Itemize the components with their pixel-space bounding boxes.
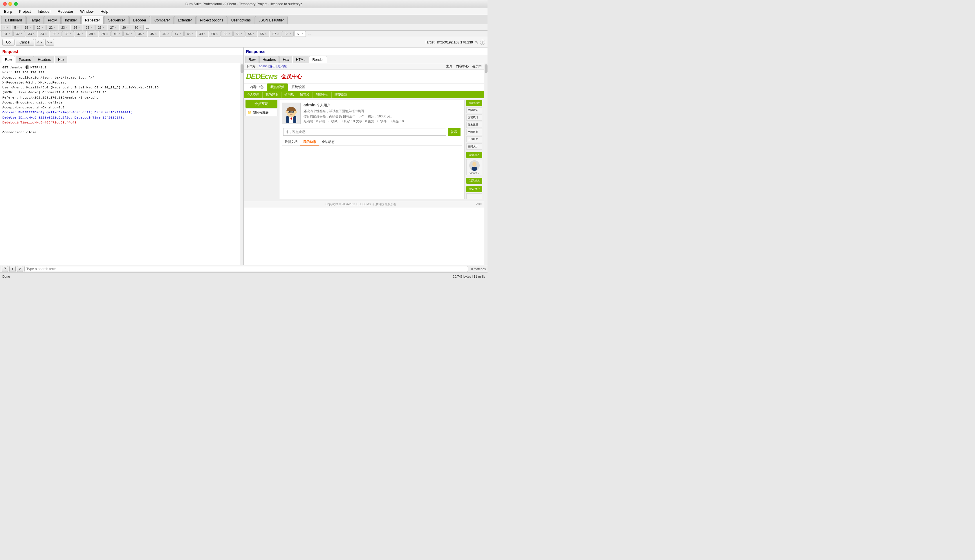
search-prev-btn[interactable]: < bbox=[9, 266, 16, 272]
dede-activity-tab-new[interactable]: 最新文档 bbox=[282, 139, 300, 145]
response-scrollbar-thumb[interactable] bbox=[485, 64, 487, 73]
req-tab-hex[interactable]: Hex bbox=[55, 56, 67, 63]
rep-tab-53[interactable]: 53 × bbox=[233, 31, 245, 37]
dede-my-friends-btn[interactable]: 我的好友 bbox=[466, 178, 482, 184]
menu-project[interactable]: Project bbox=[18, 9, 32, 14]
search-next-btn[interactable]: > bbox=[17, 266, 23, 272]
nav-content[interactable]: 内容中心 bbox=[456, 64, 468, 68]
rep-tab-58[interactable]: 58 × bbox=[282, 31, 294, 37]
help-icon[interactable]: ? bbox=[480, 40, 485, 45]
logout-link[interactable]: [退出] bbox=[268, 64, 276, 68]
rep-tab-29[interactable]: 29 × bbox=[120, 25, 132, 30]
dede-nav-friends[interactable]: 我的好友 bbox=[263, 92, 281, 98]
req-tab-raw[interactable]: Raw bbox=[2, 56, 15, 63]
dede-tab-content[interactable]: 内容中心 bbox=[246, 83, 267, 91]
short-msg-link[interactable]: 短消息 bbox=[278, 64, 287, 68]
rep-tab-20[interactable]: 20 × bbox=[34, 25, 46, 30]
rep-tab-40[interactable]: 40 × bbox=[111, 31, 123, 37]
menu-intruder[interactable]: Intruder bbox=[37, 9, 52, 14]
rep-tab-59[interactable]: 59 × bbox=[294, 31, 306, 37]
rep-tab-45[interactable]: 45 × bbox=[148, 31, 159, 37]
tab-proxy[interactable]: Proxy bbox=[44, 16, 61, 24]
rep-tab-46[interactable]: 46 × bbox=[160, 31, 172, 37]
dede-nav-short-msg[interactable]: 短消息 bbox=[281, 92, 297, 98]
resp-tab-render[interactable]: Render bbox=[309, 56, 327, 63]
rep-tab-31[interactable]: 31 × bbox=[1, 31, 13, 37]
rep-tab-4[interactable]: 4 × bbox=[1, 25, 11, 30]
rep-tab-54[interactable]: 54 × bbox=[246, 31, 257, 37]
rep-tab-49[interactable]: 49 × bbox=[197, 31, 208, 37]
menu-help[interactable]: Help bbox=[99, 9, 109, 14]
menu-repeater[interactable]: Repeater bbox=[57, 9, 74, 14]
cancel-button[interactable]: Cancel bbox=[16, 39, 34, 46]
rep-tab-47[interactable]: 47 × bbox=[172, 31, 184, 37]
rep-tab-5[interactable]: 5 × bbox=[12, 25, 22, 30]
go-button[interactable]: Go bbox=[2, 39, 15, 46]
req-tab-params[interactable]: Params bbox=[16, 56, 34, 63]
rep-tab-more[interactable]: ... bbox=[144, 25, 151, 30]
rep-tab-24[interactable]: 24 × bbox=[71, 25, 82, 30]
request-scrollbar[interactable] bbox=[240, 63, 243, 265]
dede-nav-personal[interactable]: 个人空间 bbox=[244, 92, 263, 98]
rep-tab-23[interactable]: 23 × bbox=[59, 25, 70, 30]
tab-target[interactable]: Target bbox=[27, 16, 43, 24]
tab-project-options[interactable]: Project options bbox=[196, 16, 227, 24]
resp-tab-hex[interactable]: Hex bbox=[279, 56, 292, 63]
dede-username-link[interactable]: admin bbox=[259, 64, 268, 68]
rep-tab-35[interactable]: 35 × bbox=[50, 31, 62, 37]
dede-nav-consumption[interactable]: 消费中心 bbox=[313, 92, 332, 98]
dede-tab-my[interactable]: 我的织梦 bbox=[267, 83, 288, 91]
tab-extender[interactable]: Extender bbox=[174, 16, 196, 24]
rep-tab-44[interactable]: 44 × bbox=[135, 31, 147, 37]
search-help-btn[interactable]: ? bbox=[2, 266, 8, 272]
nav-main[interactable]: 主页 bbox=[446, 64, 452, 68]
rep-tab-55[interactable]: 55 × bbox=[258, 31, 269, 37]
rep-tab-52[interactable]: 52 × bbox=[221, 31, 233, 37]
tab-sequencer[interactable]: Sequencer bbox=[104, 16, 129, 24]
rep-tab-42[interactable]: 42 × bbox=[123, 31, 135, 37]
response-scrollbar[interactable] bbox=[484, 63, 487, 265]
request-body[interactable]: GET /member/| HTTP/1.1 Host: 192.168.170… bbox=[0, 63, 243, 265]
rep-tab-15[interactable]: 15 × bbox=[22, 25, 33, 30]
rep-tab-50[interactable]: 50 × bbox=[209, 31, 221, 37]
tab-repeater[interactable]: Repeater bbox=[81, 16, 104, 24]
edit-target-icon[interactable]: ✎ bbox=[475, 40, 478, 45]
tab-intruder[interactable]: Intruder bbox=[61, 16, 81, 24]
rep-tab-48[interactable]: 48 × bbox=[184, 31, 196, 37]
rep-tab-33[interactable]: 33 × bbox=[25, 31, 37, 37]
dede-info-stats-btn[interactable]: 信息统计 bbox=[466, 100, 482, 106]
minimize-button[interactable] bbox=[8, 2, 12, 6]
rep-tab-more-2[interactable]: ... bbox=[306, 32, 313, 36]
nav-fwd-button[interactable]: > ▾ bbox=[45, 39, 54, 46]
search-input[interactable] bbox=[24, 266, 468, 272]
rep-tab-27[interactable]: 27 × bbox=[108, 25, 119, 30]
menu-burp[interactable]: Burp bbox=[3, 9, 13, 14]
nav-member[interactable]: 会员中 bbox=[472, 64, 482, 68]
dede-post-button[interactable]: 发表 bbox=[448, 128, 460, 136]
dede-tab-system[interactable]: 系统设置 bbox=[288, 83, 309, 91]
req-tab-headers[interactable]: Headers bbox=[35, 56, 54, 63]
resp-tab-raw[interactable]: Raw bbox=[246, 56, 259, 63]
rep-tab-36[interactable]: 36 × bbox=[62, 31, 74, 37]
rep-tab-37[interactable]: 37 × bbox=[75, 31, 86, 37]
rep-tab-30[interactable]: 30 × bbox=[132, 25, 144, 30]
request-scrollbar-thumb[interactable] bbox=[241, 64, 243, 73]
tab-json-beautifier[interactable]: JSON Beautifier bbox=[255, 16, 288, 24]
menu-window[interactable]: Window bbox=[79, 9, 95, 14]
nav-back-button[interactable]: < ▾ bbox=[35, 39, 44, 46]
maximize-button[interactable] bbox=[14, 2, 18, 6]
resp-tab-headers[interactable]: Headers bbox=[259, 56, 279, 63]
dede-activity-tab-mine[interactable]: 我的动态 bbox=[300, 139, 319, 145]
response-render[interactable]: 下午好，admin [退出] 短消息 主页 内容中心 会员中 DEDE CMS … bbox=[244, 63, 484, 265]
dede-favorites-item[interactable]: 📁 我的收藏夹 bbox=[246, 109, 278, 116]
close-button[interactable] bbox=[3, 2, 7, 6]
resp-tab-html[interactable]: HTML bbox=[293, 56, 309, 63]
dede-member-interact-btn[interactable]: 会员互动 bbox=[246, 100, 278, 108]
dede-nav-browse[interactable]: 随便踩踩 bbox=[332, 92, 350, 98]
tab-decoder[interactable]: Decoder bbox=[129, 16, 150, 24]
rep-tab-34[interactable]: 34 × bbox=[38, 31, 49, 37]
tab-dashboard[interactable]: Dashboard bbox=[1, 16, 26, 24]
rep-tab-22[interactable]: 22 × bbox=[47, 25, 58, 30]
rep-tab-25[interactable]: 25 × bbox=[83, 25, 95, 30]
dede-nav-guestbook[interactable]: 留言板 bbox=[297, 92, 313, 98]
